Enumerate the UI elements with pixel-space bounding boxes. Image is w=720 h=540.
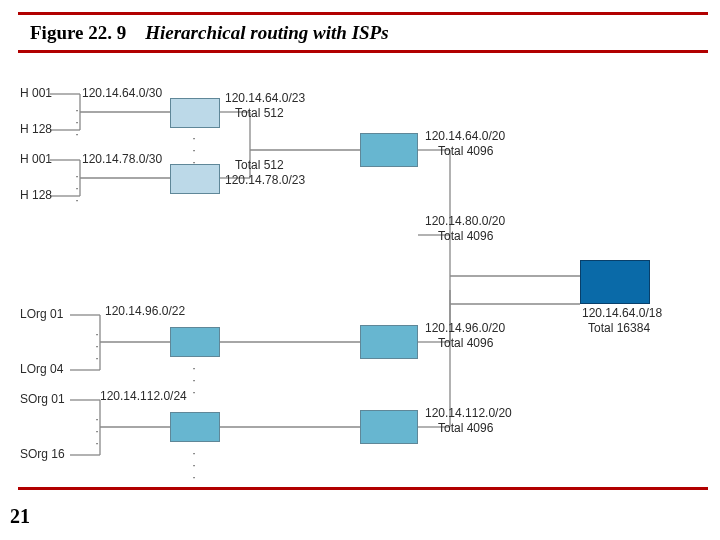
lorg-last: LOrg 04 [20,363,63,377]
backbone-box [580,260,650,304]
local-isp-top-cidr: 120.14.64.0/23 [225,92,305,106]
host-bot-last: H 128 [20,189,52,203]
host-top-cidr: 120.14.64.0/30 [82,87,162,101]
regional4-total: Total 4096 [438,422,493,436]
regional2-total: Total 4096 [438,230,493,244]
rule-top [18,12,708,15]
regional1-cidr: 120.14.64.0/20 [425,130,505,144]
host-bot-first: H 001 [20,153,52,167]
backbone-cidr: 120.14.64.0/18 [582,307,662,321]
diagram-canvas: H 001 ··· H 128 120.14.64.0/30 H 001 ···… [20,70,700,470]
local-isp-bot-total: Total 512 [235,159,284,173]
dots-icon: ··· [192,447,196,483]
dots-icon: ··· [95,328,99,364]
sorg-box [170,412,220,442]
rule-bottom [18,487,708,490]
regional-box-1 [360,133,418,167]
dots-icon: ··· [95,413,99,449]
host-top-first: H 001 [20,87,52,101]
regional3-cidr: 120.14.96.0/20 [425,322,505,336]
rule-mid [18,50,708,53]
lorg-cidr: 120.14.96.0/22 [105,305,185,319]
local-isp-bot-cidr: 120.14.78.0/23 [225,174,305,188]
sorg-last: SOrg 16 [20,448,65,462]
page-number: 21 [10,505,30,528]
figure-caption: Hierarchical routing with ISPs [145,22,388,43]
host-top-last: H 128 [20,123,52,137]
regional2-cidr: 120.14.80.0/20 [425,215,505,229]
figure-title: Figure 22. 9 Hierarchical routing with I… [30,22,389,44]
dots-icon: ··· [192,132,196,168]
lorg-box [170,327,220,357]
dots-icon: ··· [75,104,79,140]
dots-icon: ··· [192,362,196,398]
regional4-cidr: 120.14.112.0/20 [425,407,512,421]
regional-box-3 [360,325,418,359]
host-bot-cidr: 120.14.78.0/30 [82,153,162,167]
sorg-first: SOrg 01 [20,393,65,407]
local-isp-top-total: Total 512 [235,107,284,121]
lorg-first: LOrg 01 [20,308,63,322]
backbone-total: Total 16384 [588,322,650,336]
local-isp-box-bot [170,164,220,194]
sorg-cidr: 120.14.112.0/24 [100,390,187,404]
local-isp-box-top [170,98,220,128]
regional1-total: Total 4096 [438,145,493,159]
regional3-total: Total 4096 [438,337,493,351]
regional-box-4 [360,410,418,444]
figure-number: Figure 22. 9 [30,22,126,43]
dots-icon: ··· [75,170,79,206]
